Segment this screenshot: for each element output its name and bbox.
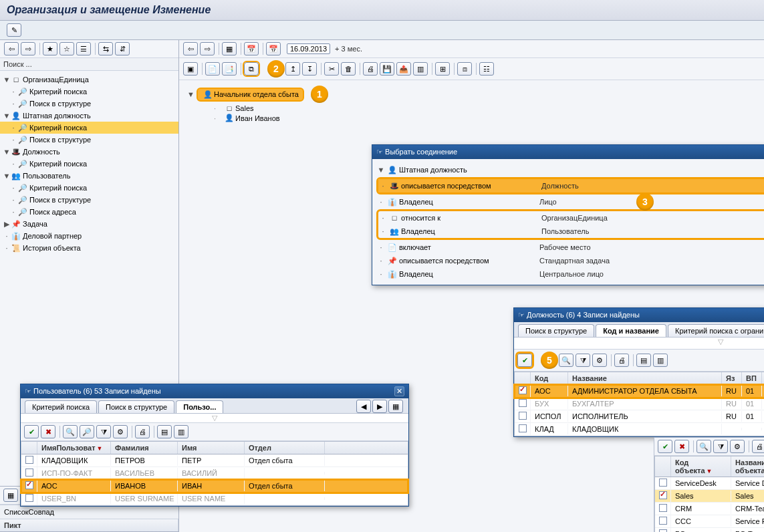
layout-button[interactable]: ▥ <box>653 354 668 367</box>
orgchart-button[interactable]: ⧉ <box>244 62 259 76</box>
period-button[interactable]: 📅 <box>244 42 259 55</box>
table-row[interactable]: БУХБУХГАЛТЕРRU01C50000745 <box>515 398 764 410</box>
position-grid[interactable]: КодНазваниеЯзВПТОИдОбъектАОСАДМИНИСТРАТО… <box>514 372 764 436</box>
expand-button[interactable]: ▣ <box>183 62 198 76</box>
table-row[interactable]: КЛАДКЛАДОВЩИК <box>515 423 764 436</box>
delimit-button[interactable]: ✂ <box>324 62 339 76</box>
tab-more-button[interactable]: ▦ <box>388 400 403 413</box>
save-button[interactable]: 💾 <box>380 62 394 76</box>
tree-item[interactable]: ·🔎Поиск адреса <box>0 206 178 218</box>
connection-row[interactable]: ·📄включаетРабочее место <box>376 241 764 254</box>
connection-row[interactable]: ·□относится кОрганизацЕдиница <box>378 211 764 225</box>
table-row[interactable]: CCCService Provider01.01.200631.12.9999 <box>655 515 764 528</box>
accept-button[interactable]: ✔ <box>658 440 672 453</box>
accept-button[interactable]: ✔ <box>517 354 532 367</box>
find-next-button[interactable]: 🔎 <box>80 425 94 438</box>
columns-button[interactable]: ▥ <box>413 62 428 76</box>
export-button[interactable]: ▤ <box>157 425 172 438</box>
tree-item[interactable]: ▶📌Задача <box>0 218 178 230</box>
head-position-highlight[interactable]: 👤 Начальник отдела сбыта <box>197 88 304 102</box>
table-row[interactable]: ИСПОЛИСПОЛНИТЕЛЬRU01C50000744 <box>515 410 764 423</box>
row-checkbox[interactable] <box>25 456 33 464</box>
table-row[interactable]: CRMCRM-Team <box>655 503 764 515</box>
connection-row[interactable]: ·👥ВладелецПользователь <box>378 225 764 238</box>
tree-item[interactable]: ·🔎Критерий поиска <box>0 182 178 194</box>
row-checkbox[interactable] <box>519 424 527 432</box>
print-button[interactable]: 🖨 <box>614 354 629 367</box>
row-checkbox[interactable] <box>659 504 667 512</box>
row-checkbox[interactable] <box>25 481 33 489</box>
calendar-button[interactable]: 📅 <box>266 42 281 55</box>
tab-user[interactable]: Пользо... <box>176 400 223 413</box>
date-field[interactable]: 16.09.2013 <box>287 43 330 54</box>
assign-button[interactable]: ⇆ <box>98 42 113 55</box>
drag-handle-icon[interactable]: ▽ <box>718 338 723 349</box>
accept-button[interactable]: ✔ <box>24 425 39 438</box>
connection-row[interactable]: ·🎩описывается посредствомДолжность <box>378 179 764 192</box>
reject-button[interactable]: ✖ <box>41 425 55 438</box>
close-icon[interactable]: ✕ <box>394 386 404 396</box>
back-button[interactable]: ⇦ <box>4 42 19 55</box>
row-checkbox[interactable] <box>25 494 33 502</box>
child-item[interactable]: ·□Sales <box>214 104 756 112</box>
level-down-button[interactable]: ↧ <box>302 62 317 76</box>
tree-item[interactable]: ·🔎Поиск в структуре <box>0 134 178 146</box>
drag-handle-icon[interactable]: ▽ <box>212 414 217 422</box>
level-up-button[interactable]: ↥ <box>285 62 300 76</box>
bookmark-del-button[interactable]: ☆ <box>59 42 74 55</box>
row-checkbox[interactable] <box>659 479 667 487</box>
tree-item[interactable]: ·🔎Критерий поиска <box>0 86 178 98</box>
unassign-button[interactable]: ⇵ <box>115 42 130 55</box>
filter-button[interactable]: ⧩ <box>713 440 728 453</box>
export-button[interactable]: 📤 <box>396 62 411 76</box>
wand-button[interactable]: ✎ <box>7 23 21 37</box>
table-row[interactable]: ИСП-ПО-ФАКТВАСИЛЬЕВВАСИЛИЙ <box>21 467 408 480</box>
tree-item[interactable]: ▼□ОрганизацЕдиница <box>0 74 178 86</box>
fwd-button[interactable]: ⇨ <box>21 42 35 55</box>
table-row[interactable]: АОСИВАНОВИВАНОтдел сбыта <box>21 480 408 493</box>
connection-row[interactable]: ·📌описывается посредствомСтандартная зад… <box>376 254 764 267</box>
layout2-button[interactable]: ⊞ <box>435 62 450 76</box>
table-row[interactable]: BCBC-Team01.01.200631.12.9999 <box>655 528 764 532</box>
table-row[interactable]: USER_BNUSER SURNAMEUSER NAME <box>21 493 408 505</box>
tree-item[interactable]: ·🔎Поиск в структуре <box>0 194 178 206</box>
hier-up-button[interactable]: ▦ <box>222 42 237 55</box>
display-button[interactable]: 🖨 <box>363 62 378 76</box>
date-back-button[interactable]: ⇦ <box>183 42 198 55</box>
find-button[interactable]: 🔍 <box>559 354 574 367</box>
bookmark-list-button[interactable]: ☰ <box>76 42 91 55</box>
collapse-icon[interactable]: ▼ <box>187 90 197 98</box>
print-button[interactable]: 🖨 <box>752 440 764 453</box>
create-button[interactable]: 📄 <box>205 62 220 76</box>
tree-item[interactable]: ▼🎩Должность <box>0 146 178 158</box>
row-checkbox[interactable] <box>659 491 667 499</box>
table-row[interactable]: КЛАДОВЩИКПЕТРОВПЕТРОтдел сбыта <box>21 454 408 467</box>
export-button[interactable]: ▤ <box>636 354 651 367</box>
date-fwd-button[interactable]: ⇨ <box>200 42 215 55</box>
tree-item[interactable]: ▼👤Штатная должность <box>0 110 178 122</box>
tree-item[interactable]: ·📜История объекта <box>0 242 178 254</box>
tree-item[interactable]: ·👔Деловой партнер <box>0 230 178 242</box>
user-grid[interactable]: ИмяПользоват▼ФамилияИмяОтделКЛАДОВЩИКПЕТ… <box>21 441 408 506</box>
layout-button[interactable]: ▥ <box>174 425 188 438</box>
tab-criteria[interactable]: Критерий поиска <box>25 400 97 413</box>
copy-button[interactable]: 📑 <box>222 62 237 76</box>
connection-row[interactable]: ▼👤Штатная должность <box>376 163 764 176</box>
legend-button[interactable]: ☷ <box>479 62 494 76</box>
tree-item[interactable]: ·🔎Поиск в структуре <box>0 98 178 110</box>
filter-button[interactable]: ⧩ <box>96 425 111 438</box>
find-button[interactable]: 🔍 <box>696 440 711 453</box>
settings-button[interactable]: ⚙ <box>730 440 745 453</box>
connection-row[interactable]: ·👔ВладелецЛицо <box>376 195 764 209</box>
tab-struct[interactable]: Поиск в структуре <box>98 400 174 413</box>
tree-item[interactable]: ·🔎Критерий поиска <box>0 158 178 170</box>
row-checkbox[interactable] <box>519 412 527 420</box>
details-button[interactable]: ▦ <box>3 489 18 502</box>
table-row[interactable]: АОСАДМИНИСТРАТОР ОТДЕЛА СБЫТАRU01C500007… <box>515 385 764 398</box>
settings-button[interactable]: ⚙ <box>592 354 607 367</box>
table-row[interactable]: ServiceDeskService Desk01.01.200631.12.9… <box>655 477 764 490</box>
object-grid[interactable]: Код объекта▼Название объектаНачалоОконча… <box>654 456 764 532</box>
settings-button[interactable]: ⚙ <box>113 425 128 438</box>
tab-code[interactable]: Код и название <box>596 324 666 337</box>
row-checkbox[interactable] <box>659 517 667 525</box>
